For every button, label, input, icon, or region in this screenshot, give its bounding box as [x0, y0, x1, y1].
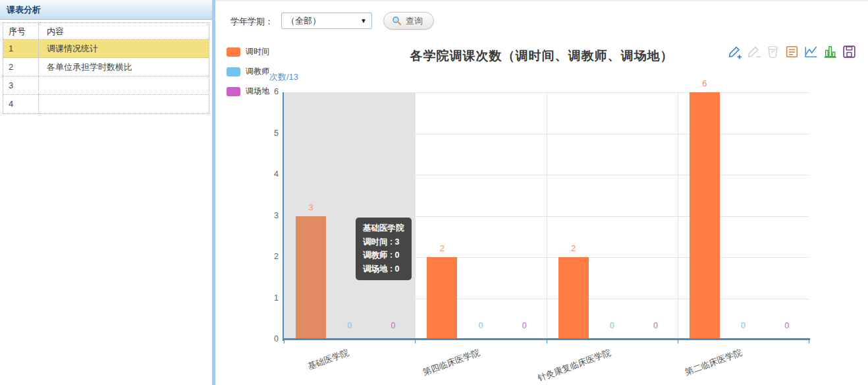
- x-gridline: [547, 92, 547, 340]
- x-axis-tick: [809, 340, 809, 343]
- bar[interactable]: [296, 216, 326, 340]
- table-row-empty-3[interactable]: 3: [3, 76, 209, 95]
- zero-value-label: 0: [733, 321, 753, 330]
- chart-toolbox: [726, 44, 857, 60]
- y-tick-label: 5: [255, 129, 279, 138]
- y-gridline: [284, 92, 809, 93]
- bar-value-label: 3: [298, 202, 324, 212]
- x-axis-tick: [284, 340, 285, 343]
- bar[interactable]: [690, 92, 720, 340]
- tooltip-line: 调场地 : 0: [363, 262, 404, 276]
- y-tick-label: 4: [255, 169, 279, 179]
- row-no: 1: [3, 40, 39, 57]
- row-content: [39, 76, 209, 94]
- x-axis-tick: [678, 340, 678, 343]
- x-axis-tick: [547, 340, 547, 343]
- table-row-adjustment-stats[interactable]: 1 调课情况统计: [3, 40, 209, 58]
- chevron-down-icon: ▼: [360, 13, 367, 28]
- main-panel: 学年学期： （全部） ▼ 查询 调时间 调教师 调场地: [215, 0, 868, 385]
- save-image-icon[interactable]: [841, 44, 857, 60]
- bar[interactable]: [427, 257, 457, 340]
- bar-chart-icon[interactable]: [822, 44, 838, 60]
- row-content: [39, 95, 209, 113]
- bar-value-label: 2: [429, 243, 455, 253]
- row-content: 各单位承担学时数横比: [39, 58, 209, 76]
- app-window: 课表分析 序号 内容 1 调课情况统计 2 各单位承担学时数横比 3 4: [0, 0, 868, 385]
- zero-value-label: 0: [340, 321, 360, 330]
- chart-tooltip: 基础医学院 调时间 : 3 调教师 : 0 调场地 : 0: [356, 218, 412, 280]
- x-axis-label: 第四临床医学院: [341, 347, 481, 385]
- tooltip-line: 调教师 : 0: [363, 249, 404, 262]
- data-view-icon[interactable]: [784, 44, 800, 60]
- y-tick-label: 1: [255, 293, 279, 303]
- legend-swatch-teacher: [227, 67, 240, 76]
- row-content: 调课情况统计: [39, 40, 209, 57]
- analysis-list-table: 序号 内容 1 调课情况统计 2 各单位承担学时数横比 3 4: [3, 22, 209, 114]
- pencil-remove-icon[interactable]: [746, 44, 762, 60]
- zero-value-label: 0: [514, 321, 534, 330]
- column-header-no: 序号: [3, 23, 39, 39]
- zero-value-label: 0: [602, 321, 622, 330]
- semester-dropdown[interactable]: （全部） ▼: [281, 13, 372, 29]
- y-tick-label: 3: [255, 211, 279, 220]
- y-gridline: [284, 134, 809, 134]
- x-axis-label: 针灸康复临床医学院: [472, 347, 612, 385]
- x-axis-line: [283, 338, 810, 340]
- pencil-add-icon[interactable]: [726, 44, 743, 60]
- query-button[interactable]: 查询: [383, 12, 434, 30]
- table-row-empty-4[interactable]: 4: [3, 95, 209, 113]
- hover-highlight-band: [284, 92, 415, 340]
- legend-item-venue[interactable]: 调场地: [227, 86, 269, 97]
- query-button-label: 查询: [406, 15, 423, 27]
- legend-swatch-venue: [227, 87, 240, 96]
- y-axis-line: [283, 92, 284, 341]
- tooltip-line: 调时间 : 3: [363, 235, 404, 249]
- zero-value-label: 0: [383, 321, 403, 330]
- column-header-content: 内容: [39, 23, 209, 39]
- y-gridline: [284, 299, 809, 299]
- table-row-unit-hours[interactable]: 2 各单位承担学时数横比: [3, 58, 209, 76]
- x-axis-label: 基础医学院: [210, 347, 350, 385]
- sidebar: 课表分析 序号 内容 1 调课情况统计 2 各单位承担学时数横比 3 4: [0, 0, 212, 385]
- row-no: 4: [3, 95, 39, 113]
- zero-value-label: 0: [646, 321, 666, 330]
- x-axis-tick: [415, 340, 416, 343]
- query-toolbar: 学年学期： （全部） ▼ 查询: [215, 1, 868, 36]
- tooltip-title: 基础医学院: [363, 222, 404, 235]
- bar[interactable]: [558, 257, 589, 340]
- x-gridline: [678, 92, 678, 340]
- x-axis-label: 第二临床医学院: [604, 347, 744, 385]
- semester-dropdown-value: （全部）: [286, 16, 321, 26]
- y-tick-label: 0: [255, 334, 279, 343]
- bar-value-label: 6: [692, 78, 718, 88]
- table-header-row: 序号 内容: [3, 23, 209, 40]
- zero-value-label: 0: [471, 321, 491, 330]
- legend-label: 调场地: [246, 86, 269, 97]
- sidebar-title: 课表分析: [0, 0, 212, 20]
- y-gridline: [284, 175, 809, 175]
- zero-value-label: 0: [777, 321, 797, 330]
- y-gridline: [284, 216, 809, 217]
- row-no: 3: [3, 76, 39, 94]
- line-chart-icon[interactable]: [803, 44, 819, 60]
- row-no: 2: [3, 58, 39, 76]
- semester-label: 学年学期：: [231, 16, 273, 28]
- y-axis-name: 次数/13: [244, 71, 323, 83]
- search-icon: [392, 16, 402, 26]
- trash-icon[interactable]: [765, 44, 781, 60]
- bar-value-label: 2: [560, 243, 587, 253]
- y-tick-label: 2: [255, 252, 279, 261]
- x-gridline: [415, 92, 416, 340]
